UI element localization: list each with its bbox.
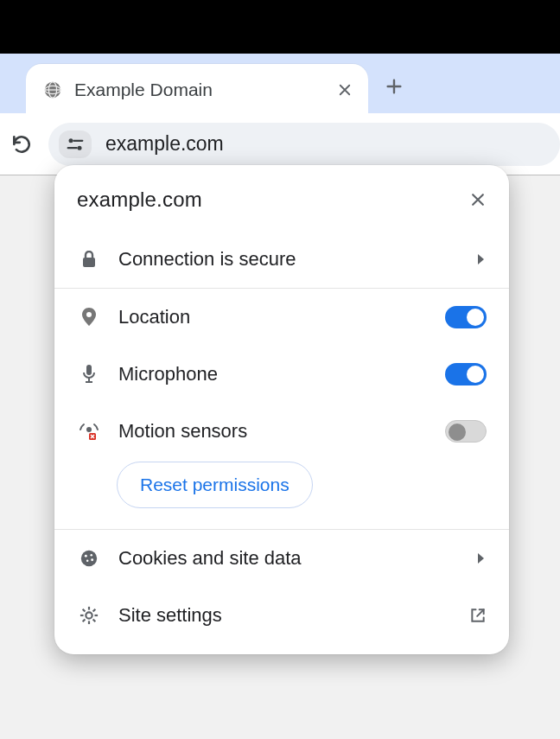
page-content-area: example.com Connection is secure Locatio… [0, 175, 560, 739]
popup-hostname: example.com [77, 188, 202, 212]
close-popup-button[interactable] [469, 191, 487, 208]
svg-point-4 [69, 138, 73, 143]
cookies-row[interactable]: Cookies and site data [54, 530, 509, 587]
tab-strip: Example Domain [0, 54, 560, 113]
tab-example-domain[interactable]: Example Domain [26, 64, 368, 116]
window-top-black-bar [0, 0, 560, 54]
svg-line-28 [93, 609, 96, 612]
svg-point-15 [81, 551, 97, 566]
tab-title: Example Domain [74, 80, 213, 100]
gear-icon [77, 606, 101, 625]
new-tab-button[interactable] [385, 77, 404, 96]
site-info-popup: example.com Connection is secure Locatio… [54, 165, 509, 654]
reload-button[interactable] [7, 130, 36, 159]
address-bar[interactable]: example.com [48, 123, 560, 166]
svg-rect-8 [83, 258, 95, 267]
svg-point-9 [86, 312, 92, 317]
connection-row[interactable]: Connection is secure [54, 231, 509, 288]
microphone-icon [77, 365, 101, 384]
location-icon [77, 308, 101, 327]
motion-label: Motion sensors [118, 420, 445, 443]
globe-icon [43, 80, 62, 99]
site-settings-label: Site settings [118, 604, 469, 627]
close-tab-button[interactable] [337, 82, 353, 98]
motion-toggle[interactable] [445, 420, 487, 443]
motion-sensors-icon [77, 423, 101, 440]
svg-point-18 [86, 559, 89, 562]
reset-permissions-button[interactable]: Reset permissions [117, 462, 313, 508]
svg-line-25 [83, 609, 86, 612]
tune-icon [67, 137, 84, 151]
chevron-right-icon [476, 552, 487, 564]
svg-point-17 [90, 554, 92, 557]
cookie-icon [77, 549, 101, 568]
svg-line-26 [93, 620, 96, 622]
microphone-label: Microphone [118, 363, 445, 385]
url-text: example.com [105, 132, 224, 156]
location-toggle[interactable] [445, 306, 487, 328]
cookies-label: Cookies and site data [118, 547, 476, 570]
site-settings-row[interactable]: Site settings [54, 587, 509, 644]
permission-row-motion: Motion sensors [54, 403, 509, 460]
chevron-right-icon [476, 253, 487, 265]
svg-line-27 [83, 620, 86, 622]
svg-line-29 [477, 609, 484, 616]
svg-point-6 [78, 145, 82, 150]
location-label: Location [118, 306, 445, 328]
connection-label: Connection is secure [118, 248, 476, 271]
site-info-button[interactable] [59, 131, 92, 158]
svg-point-13 [86, 427, 92, 432]
svg-point-20 [86, 612, 92, 618]
svg-rect-10 [86, 365, 92, 375]
microphone-toggle[interactable] [445, 363, 487, 385]
external-link-icon [469, 607, 487, 624]
permission-row-location: Location [54, 289, 509, 346]
permission-row-microphone: Microphone [54, 346, 509, 403]
lock-icon [77, 251, 101, 268]
svg-point-16 [85, 555, 87, 557]
svg-point-19 [91, 558, 93, 561]
